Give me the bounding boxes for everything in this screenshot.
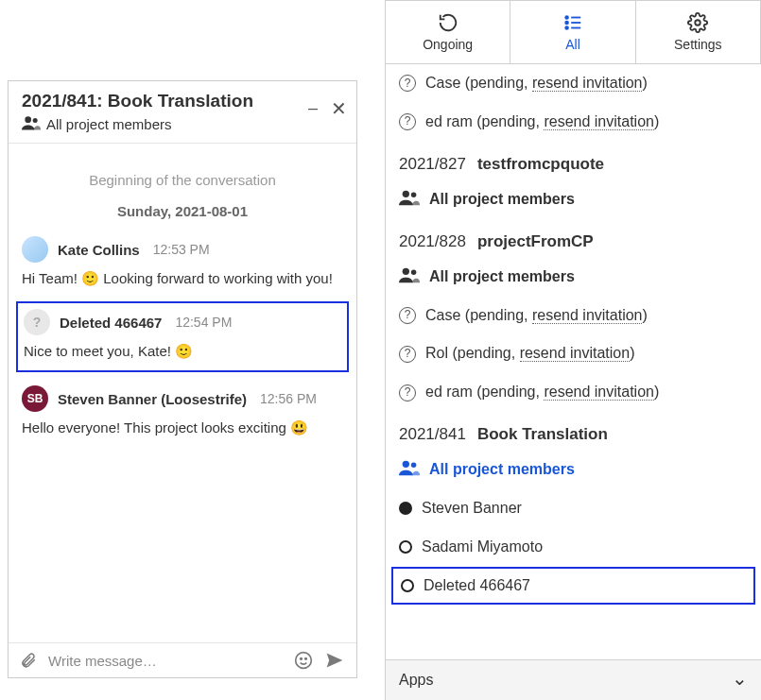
svg-point-3 [301,658,303,660]
svg-point-11 [696,20,701,26]
chat-input-row [9,642,356,677]
pending-member-text: ed ram (pending, resend invitation) [425,383,659,402]
message: ?Deleted 46646712:54 PMNice to meet you,… [16,301,349,372]
project-code: 2021/827 [399,155,466,174]
help-icon: ? [399,75,416,92]
member-name: Case [425,75,460,91]
all-members-row[interactable]: All project members [386,257,761,297]
chat-title: 2021/841: Book Translation [22,91,343,111]
message: SBSteven Banner (Loosestrife)12:56 PMHel… [22,385,343,437]
status-online-icon [399,502,412,515]
svg-point-14 [403,267,409,274]
member-name: Sadami Miyamoto [422,538,543,557]
pending-member-text: Case (pending, resend invitation) [425,306,648,326]
resend-invitation-link[interactable]: resend invitation [520,345,631,362]
svg-point-0 [25,116,31,123]
member-name: ed ram [425,113,473,129]
all-members-label: All project members [429,461,575,478]
avatar [22,236,48,263]
tab-settings[interactable]: Settings [636,0,761,64]
emoji-icon[interactable] [294,651,313,670]
sender-name: Deleted 466467 [60,315,162,331]
chat-subtitle-row: All project members [22,115,343,133]
message-header: ?Deleted 46646712:54 PM [24,309,341,335]
chat-subtitle: All project members [46,116,172,132]
project-header[interactable]: 2021/827testfromcpquote [386,142,761,179]
pending-member-row[interactable]: ?ed ram (pending, resend invitation) [386,373,761,412]
sender-name: Kate Collins [58,242,140,258]
member-name: ed ram [425,384,473,400]
close-button[interactable]: ✕ [331,99,347,118]
avatar: SB [22,385,48,412]
member-row[interactable]: Sadami Miyamoto [386,528,761,567]
people-icon [399,459,420,480]
pending-member-row[interactable]: ?Case (pending, resend invitation) [386,64,761,103]
message-body: Hi Team! 🙂 Looking forward to working wi… [22,268,343,288]
svg-point-15 [411,269,417,275]
member-name: Rol [425,345,448,361]
tab-all-label: All [565,37,580,52]
pending-member-row[interactable]: ?ed ram (pending, resend invitation) [386,103,761,142]
help-icon: ? [399,384,416,401]
svg-point-6 [565,22,568,25]
resend-invitation-link[interactable]: resend invitation [544,113,654,130]
tab-all[interactable]: All [510,0,635,64]
help-icon: ? [399,113,416,130]
svg-point-13 [411,192,417,197]
member-row[interactable]: Deleted 466467 [391,567,755,606]
svg-point-4 [305,658,307,660]
svg-point-5 [565,16,568,19]
pending-member-row[interactable]: ?Rol (pending, resend invitation) [386,334,761,373]
status-offline-icon [399,540,412,554]
all-members-label: All project members [429,191,575,208]
member-row[interactable]: Steven Banner [386,489,761,528]
tab-ongoing[interactable]: Ongoing [386,0,510,64]
project-name: projectFromCP [477,232,594,251]
chat-header: 2021/841: Book Translation All project m… [9,81,356,144]
sidebar-scroll[interactable]: ?Case (pending, resend invitation)?ed ra… [386,64,761,659]
attach-icon[interactable] [20,651,37,670]
apps-section-toggle[interactable]: Apps [386,659,761,700]
project-code: 2021/828 [399,232,466,251]
minimize-button[interactable] [308,98,318,118]
help-icon: ? [399,307,416,324]
project-code: 2021/841 [399,425,466,444]
pending-member-row[interactable]: ?Case (pending, resend invitation) [386,297,761,335]
member-name: Deleted 466467 [424,576,530,596]
message-body: Hello everyone! This project looks excit… [22,418,343,437]
sender-name: Steven Banner (Loosestrife) [58,391,247,407]
resend-invitation-link[interactable]: resend invitation [532,75,643,92]
message-input[interactable] [48,653,283,669]
project-header[interactable]: 2021/841Book Translation [386,412,761,450]
svg-point-17 [411,462,417,468]
people-icon [399,189,420,210]
people-icon [399,266,420,287]
svg-point-2 [296,653,312,669]
svg-point-12 [403,190,409,196]
all-members-label: All project members [429,268,575,285]
tab-bar: Ongoing All Settings [386,0,761,64]
chevron-down-icon [732,672,748,689]
chat-header-actions: ✕ [308,98,347,118]
message: Kate Collins12:53 PMHi Team! 🙂 Looking f… [22,236,343,288]
tab-settings-label: Settings [674,37,722,52]
all-members-row[interactable]: All project members [386,179,761,219]
resend-invitation-link[interactable]: resend invitation [544,384,654,401]
resend-invitation-link[interactable]: resend invitation [532,307,643,324]
date-divider: Sunday, 2021-08-01 [22,203,343,219]
pending-member-text: ed ram (pending, resend invitation) [425,112,659,132]
message-time: 12:56 PM [260,391,317,406]
chat-window: 2021/841: Book Translation All project m… [8,80,357,678]
sidebar: Ongoing All Settings ?Case (pending, res… [385,0,761,700]
message-time: 12:53 PM [153,242,210,257]
message-body: Nice to meet you, Kate! 🙂 [24,341,341,361]
apps-label: Apps [399,672,433,689]
project-name: Book Translation [477,425,608,444]
member-name: Steven Banner [422,499,522,519]
project-name: testfromcpquote [477,155,604,174]
tab-ongoing-label: Ongoing [423,37,473,52]
send-icon[interactable] [324,651,345,670]
project-header[interactable]: 2021/828projectFromCP [386,219,761,257]
pending-member-text: Rol (pending, resend invitation) [425,344,634,364]
all-members-row[interactable]: All project members [386,450,761,489]
